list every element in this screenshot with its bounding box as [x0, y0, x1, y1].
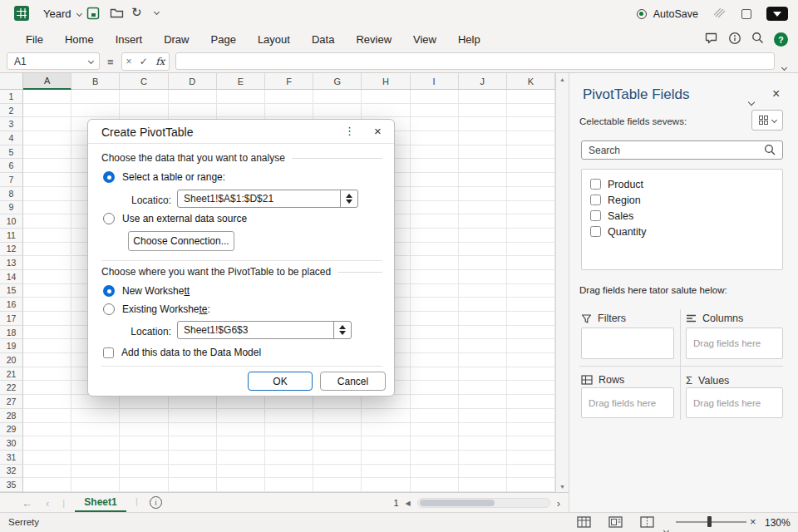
grid-cell-k3[interactable]	[507, 117, 555, 131]
grid-cell-e35[interactable]	[217, 478, 265, 492]
column-header-a[interactable]: A	[23, 73, 71, 90]
open-folder-button[interactable]	[110, 7, 124, 19]
grid-cell-j29[interactable]	[459, 423, 507, 437]
grid-cell-a13[interactable]	[23, 256, 71, 270]
grid-cell-h27[interactable]	[362, 395, 410, 409]
row-header-13[interactable]: 13	[0, 256, 23, 270]
grid-cell-j22[interactable]	[459, 381, 507, 395]
scroll-left-icon[interactable]: ◀	[406, 500, 411, 507]
grid-cell-a6[interactable]	[23, 159, 71, 173]
checkbox-icon[interactable]	[590, 226, 601, 237]
grid-cell-a14[interactable]	[23, 270, 71, 284]
grid-cell-i5[interactable]	[411, 145, 459, 160]
grid-cell-i21[interactable]	[411, 367, 459, 382]
grid-cell-b31[interactable]	[71, 451, 120, 465]
range-spinner-icon[interactable]	[340, 190, 357, 207]
save-button[interactable]	[86, 7, 100, 20]
grid-cell-k17[interactable]	[507, 312, 555, 326]
grid-cell-a21[interactable]	[23, 367, 71, 382]
grid-cell-g29[interactable]	[313, 423, 362, 437]
checkbox-icon[interactable]	[590, 179, 601, 190]
grid-cell-i30[interactable]	[411, 436, 459, 451]
grid-cell-k7[interactable]	[507, 173, 555, 187]
row-header-1[interactable]: 1	[0, 90, 23, 104]
column-header-e[interactable]: E	[217, 73, 265, 90]
row-header-30[interactable]: 30	[0, 436, 23, 451]
grid-cell-e28[interactable]	[217, 409, 265, 423]
grid-cell-d27[interactable]	[169, 395, 217, 409]
grid-cell-j12[interactable]	[459, 243, 507, 257]
row-header-29[interactable]: 29	[0, 423, 23, 437]
grid-cell-a17[interactable]	[23, 312, 71, 326]
grid-cell-c31[interactable]	[120, 451, 168, 465]
grid-cell-i13[interactable]	[411, 256, 459, 270]
grid-cell-a4[interactable]	[23, 131, 71, 145]
cancel-icon[interactable]: ×	[126, 56, 132, 67]
grid-cell-j1[interactable]	[459, 90, 507, 104]
grid-cell-a28[interactable]	[23, 409, 71, 423]
grid-cell-j9[interactable]	[459, 201, 507, 215]
grid-cell-i14[interactable]	[411, 270, 459, 284]
grid-cell-k31[interactable]	[507, 451, 555, 465]
grid-cell-c30[interactable]	[120, 436, 168, 451]
row-header-7[interactable]: 7	[0, 173, 23, 187]
grid-cell-j16[interactable]	[459, 298, 507, 312]
grid-cell-j32[interactable]	[459, 465, 507, 479]
row-header-5[interactable]: 5	[0, 145, 23, 160]
cancel-button[interactable]: Cancel	[320, 372, 386, 391]
grid-cell-k20[interactable]	[507, 353, 555, 367]
menu-item-draw[interactable]: Draw	[153, 30, 200, 49]
grid-cell-i11[interactable]	[411, 229, 459, 243]
row-header-6[interactable]: 6	[0, 159, 23, 173]
grid-cell-g28[interactable]	[313, 409, 362, 423]
column-header-b[interactable]: B	[71, 73, 120, 90]
grid-cell-i19[interactable]	[411, 339, 459, 353]
row-header-10[interactable]: 10	[0, 214, 23, 229]
choose-connection-button[interactable]: Choose Connection...	[128, 231, 234, 251]
grid-cell-d35[interactable]	[169, 478, 217, 492]
radio-external-source[interactable]: Use an external data source	[103, 213, 247, 224]
column-header-i[interactable]: I	[411, 73, 459, 90]
grid-cell-a16[interactable]	[23, 298, 71, 312]
grid-cell-j27[interactable]	[459, 395, 507, 409]
grid-cell-k10[interactable]	[507, 214, 555, 229]
grid-cell-j8[interactable]	[459, 187, 507, 201]
row-header-31[interactable]: 31	[0, 451, 23, 465]
scroll-right-icon[interactable]: ›	[557, 497, 560, 510]
ok-button[interactable]: OK	[248, 372, 313, 391]
grid-cell-i6[interactable]	[411, 159, 459, 173]
grid-cell-k32[interactable]	[507, 465, 555, 479]
grid-cell-j20[interactable]	[459, 353, 507, 367]
grid-cell-b28[interactable]	[71, 409, 120, 423]
grid-cell-i12[interactable]	[411, 243, 459, 257]
zoom-slider-thumb[interactable]	[707, 516, 712, 527]
menu-item-data[interactable]: Data	[301, 30, 345, 49]
grid-cell-i20[interactable]	[411, 353, 459, 367]
grid-cell-h30[interactable]	[362, 436, 410, 451]
redo-button[interactable]: ↻	[131, 5, 142, 20]
prev-sheet-icon[interactable]: ←	[22, 497, 32, 510]
grid-cell-i27[interactable]	[411, 395, 459, 409]
grid-cell-k28[interactable]	[507, 409, 555, 423]
sheet-tab-sheet1[interactable]: Sheet1	[75, 493, 126, 512]
field-row-region[interactable]: Region	[590, 192, 774, 208]
grid-cell-k15[interactable]	[507, 284, 555, 298]
grid-cell-i18[interactable]	[411, 326, 459, 340]
grid-cell-g30[interactable]	[313, 436, 362, 451]
column-header-f[interactable]: F	[265, 73, 313, 90]
grid-cell-j2[interactable]	[459, 104, 507, 118]
grid-cell-j10[interactable]	[459, 214, 507, 229]
grid-cell-j3[interactable]	[459, 117, 507, 131]
columns-drop-zone[interactable]: Drag fields here	[686, 328, 783, 359]
range-spinner-icon[interactable]	[333, 322, 351, 338]
grid-cell-e30[interactable]	[217, 436, 265, 451]
grid-cell-h1[interactable]	[362, 90, 410, 104]
row-header-28[interactable]: 28	[0, 409, 23, 423]
grid-cell-i28[interactable]	[411, 409, 459, 423]
grid-cell-h2[interactable]	[362, 104, 410, 118]
grid-cell-j31[interactable]	[459, 451, 507, 465]
grid-cell-c29[interactable]	[120, 423, 168, 437]
panel-close-icon[interactable]: ×	[772, 86, 780, 101]
grid-cell-i7[interactable]	[411, 173, 459, 187]
grid-cell-a30[interactable]	[23, 436, 71, 451]
